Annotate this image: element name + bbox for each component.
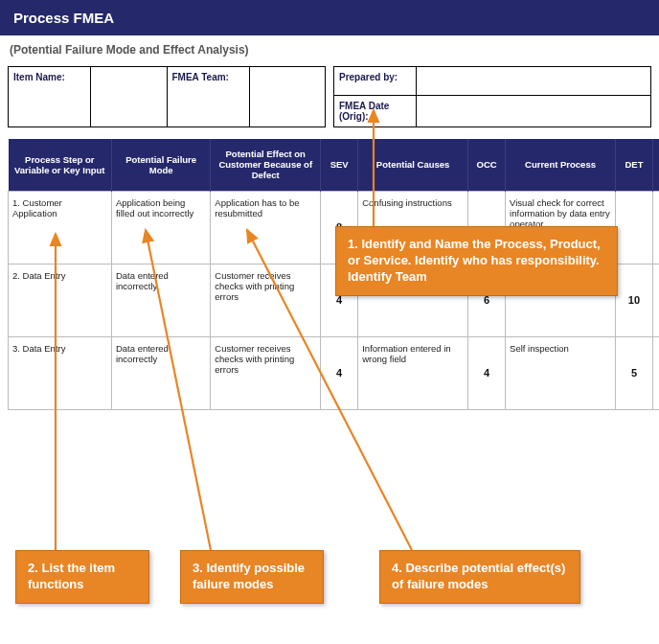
cell-step: 1. Customer Application [9, 191, 112, 264]
info-section: Item Name: FMEA Team: Prepared by: FMEA … [0, 66, 659, 127]
column-header: RPN [652, 139, 659, 191]
cell-mode: Application being filled out incorrectly [111, 191, 210, 264]
cell-causes: Information entered in wrong field [358, 336, 468, 409]
info-fmea-date-label: FMEA Date (Orig): [334, 96, 417, 127]
cell-rpn: 80 [652, 336, 659, 409]
callout-2: 2. List the item functions [15, 550, 149, 604]
callout-4: 4. Describe potential effect(s) of failu… [379, 550, 580, 604]
column-header: SEV [321, 139, 358, 191]
info-fmea-team-label: FMEA Team: [167, 67, 249, 127]
cell-det [615, 191, 652, 264]
cell-rpn [652, 191, 659, 264]
cell-occ: 4 [468, 336, 506, 409]
fmea-header-row: Process Step or Variable or Key InputPot… [9, 139, 660, 191]
column-header: Potential Causes [358, 139, 468, 191]
info-table-right: Prepared by: FMEA Date (Orig): [333, 66, 651, 127]
callout-1: 1. Identify and Name the Process, Produc… [335, 226, 618, 296]
cell-det: 5 [615, 336, 652, 409]
column-header: Current Process [506, 139, 616, 191]
column-header: DET [615, 139, 652, 191]
cell-process: Self inspection [506, 336, 616, 409]
cell-mode: Data entered incorrectly [111, 336, 210, 409]
page-title: Process FMEA [0, 0, 659, 35]
cell-step: 2. Data Entry [9, 264, 112, 336]
column-header: Process Step or Variable or Key Input [9, 139, 112, 191]
info-prepared-by-value [417, 67, 651, 96]
info-table-left: Item Name: FMEA Team: [8, 66, 326, 127]
cell-step: 3. Data Entry [9, 336, 112, 409]
page-subtitle: (Potential Failure Mode and Effect Analy… [0, 35, 659, 66]
cell-effect: Customer receives checks with printing e… [211, 264, 321, 336]
cell-effect: Customer receives checks with printing e… [211, 336, 321, 409]
info-item-name-label: Item Name: [9, 67, 91, 127]
info-prepared-by-label: Prepared by: [334, 67, 417, 96]
info-fmea-date-value [417, 96, 651, 127]
cell-effect: Application has to be resubmitted [211, 191, 321, 264]
cell-rpn: 240 [652, 264, 659, 336]
cell-sev: 4 [321, 336, 358, 409]
callout-3: 3. Identify possible failure modes [180, 550, 324, 604]
info-item-name-value [91, 67, 168, 127]
cell-det: 10 [615, 264, 652, 336]
column-header: Potential Failure Mode [111, 139, 210, 191]
table-row: 3. Data EntryData entered incorrectlyCus… [9, 336, 660, 409]
cell-mode: Data entered incorrectly [111, 264, 210, 336]
info-fmea-team-value [249, 67, 326, 127]
column-header: OCC [468, 139, 506, 191]
column-header: Potential Effect on Customer Because of … [211, 139, 321, 191]
